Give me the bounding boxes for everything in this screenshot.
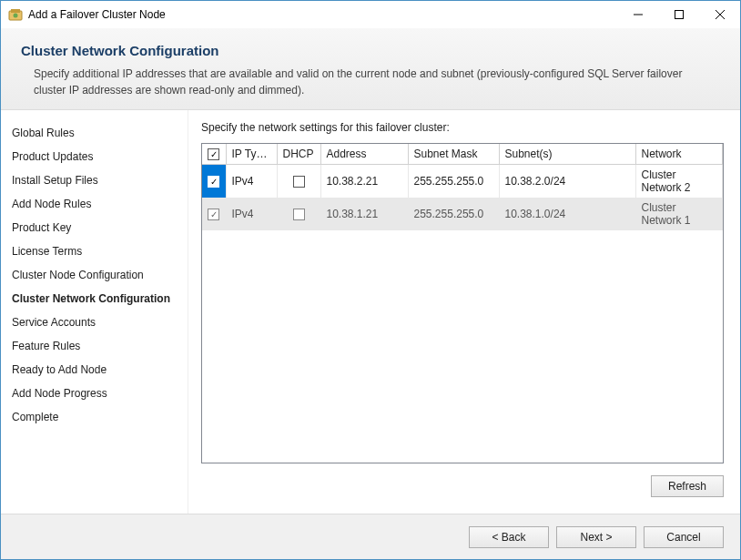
sidebar-item-5[interactable]: License Terms (12, 239, 182, 263)
installer-window: Add a Failover Cluster Node Cluster Netw… (0, 0, 741, 560)
page-description: Specify additional IP addresses that are… (21, 66, 695, 98)
col-header-address[interactable]: Address (320, 144, 408, 165)
sidebar-item-2[interactable]: Install Setup Files (12, 168, 182, 192)
titlebar: Add a Failover Cluster Node (1, 1, 740, 28)
sidebar-item-0[interactable]: Global Rules (12, 121, 182, 145)
sidebar-item-7[interactable]: Cluster Network Configuration (12, 287, 182, 311)
cell-network: Cluster Network 2 (635, 165, 723, 199)
refresh-row: Refresh (201, 463, 724, 497)
network-table-container: IP Ty… DHCP Address Subnet Mask Subnet(s… (201, 143, 724, 463)
cell-check (202, 198, 226, 230)
app-icon (8, 7, 23, 22)
cancel-button[interactable]: Cancel (644, 526, 724, 548)
cell-check (202, 165, 226, 199)
page-title: Cluster Network Configuration (21, 43, 720, 58)
col-header-subnets[interactable]: Subnet(s) (499, 144, 635, 165)
content-pane: Specify the network settings for this fa… (188, 110, 740, 514)
sidebar-item-12[interactable]: Complete (12, 405, 182, 429)
dhcp-checkbox (293, 209, 305, 220)
sidebar-item-11[interactable]: Add Node Progress (12, 382, 182, 405)
window-title: Add a Failover Cluster Node (28, 8, 617, 21)
next-button[interactable]: Next > (556, 526, 636, 548)
table-row: IPv410.38.1.21255.255.255.010.38.1.0/24C… (202, 198, 723, 230)
cell-subnetmask: 255.255.255.0 (408, 198, 499, 230)
sidebar-item-3[interactable]: Add Node Rules (12, 192, 182, 216)
cell-network: Cluster Network 1 (635, 198, 723, 230)
maximize-button[interactable] (658, 1, 699, 28)
col-header-dhcp[interactable]: DHCP (277, 144, 320, 165)
sidebar-item-4[interactable]: Product Key (12, 216, 182, 239)
cell-address: 10.38.2.21 (320, 165, 408, 199)
network-table: IP Ty… DHCP Address Subnet Mask Subnet(s… (202, 144, 723, 230)
col-header-network[interactable]: Network (635, 144, 723, 165)
cell-dhcp (277, 165, 320, 199)
page-header: Cluster Network Configuration Specify ad… (1, 28, 740, 110)
back-button[interactable]: < Back (469, 526, 549, 548)
cell-subnetmask: 255.255.255.0 (408, 165, 499, 199)
sidebar-item-9[interactable]: Feature Rules (12, 334, 182, 358)
col-header-iptype[interactable]: IP Ty… (226, 144, 277, 165)
header-checkbox[interactable] (208, 148, 219, 160)
refresh-button[interactable]: Refresh (651, 475, 724, 497)
minimize-button[interactable] (617, 1, 658, 28)
svg-rect-4 (675, 11, 683, 19)
row-checkbox (208, 209, 219, 220)
sidebar-item-10[interactable]: Ready to Add Node (12, 358, 182, 382)
cell-address: 10.38.1.21 (320, 198, 408, 230)
body: Global RulesProduct UpdatesInstall Setup… (1, 110, 740, 514)
cell-subnets: 10.38.1.0/24 (499, 198, 635, 230)
sidebar: Global RulesProduct UpdatesInstall Setup… (1, 110, 188, 514)
window-controls (617, 1, 740, 28)
col-header-subnetmask[interactable]: Subnet Mask (408, 144, 499, 165)
sidebar-item-1[interactable]: Product Updates (12, 145, 182, 168)
col-header-check[interactable] (202, 144, 226, 165)
cell-iptype: IPv4 (226, 165, 277, 199)
table-row[interactable]: IPv410.38.2.21255.255.255.010.38.2.0/24C… (202, 165, 723, 199)
cell-dhcp (277, 198, 320, 230)
cell-subnets: 10.38.2.0/24 (499, 165, 635, 199)
svg-point-2 (14, 14, 18, 18)
footer: < Back Next > Cancel (1, 514, 740, 559)
dhcp-checkbox[interactable] (293, 176, 305, 188)
sidebar-item-8[interactable]: Service Accounts (12, 311, 182, 334)
row-checkbox[interactable] (208, 176, 219, 188)
close-button[interactable] (699, 1, 740, 28)
svg-rect-1 (11, 9, 20, 13)
sidebar-item-6[interactable]: Cluster Node Configuration (12, 263, 182, 287)
cell-iptype: IPv4 (226, 198, 277, 230)
instruction-text: Specify the network settings for this fa… (201, 121, 724, 134)
